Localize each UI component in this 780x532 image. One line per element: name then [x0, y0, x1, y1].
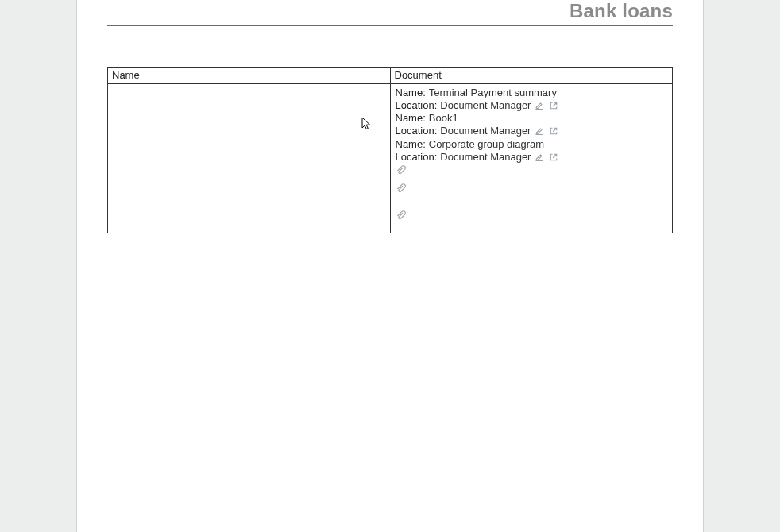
col-header-document: Document — [390, 68, 673, 84]
attach-row — [396, 209, 668, 221]
doc-entry: Name: Corporate group diagram — [396, 138, 668, 151]
doc-name-value: Book1 — [429, 112, 458, 125]
open-external-icon[interactable] — [548, 100, 559, 111]
attach-row — [396, 182, 668, 194]
document-cell — [390, 206, 673, 233]
open-external-icon[interactable] — [548, 125, 559, 137]
name-input[interactable] — [110, 86, 388, 100]
attach-row — [396, 164, 668, 175]
doc-name-label: Name: — [396, 112, 426, 125]
doc-name-value: Corporate group diagram — [429, 138, 544, 151]
table-row: Name: Terminal Payment summary Location:… — [108, 83, 673, 179]
doc-location-label: Location: — [396, 151, 438, 164]
doc-entry: Name: Book1 — [396, 112, 668, 125]
paperclip-icon[interactable] — [396, 164, 407, 175]
title-underline — [107, 25, 673, 26]
edit-icon[interactable] — [534, 125, 545, 137]
doc-location-value: Document Manager — [440, 151, 531, 164]
edit-icon[interactable] — [534, 100, 545, 111]
doc-name-label: Name: — [396, 87, 426, 99]
name-cell[interactable] — [108, 83, 391, 179]
page-title: Bank loans — [570, 0, 673, 21]
open-external-icon[interactable] — [548, 152, 559, 163]
paperclip-icon[interactable] — [396, 210, 407, 221]
document-page: Bank loans Name Document Name: — [76, 0, 704, 532]
paperclip-icon[interactable] — [396, 183, 407, 194]
doc-location-label: Location: — [396, 99, 438, 112]
name-cell[interactable] — [108, 179, 391, 206]
table-row — [108, 206, 673, 233]
document-cell: Name: Terminal Payment summary Location:… — [390, 83, 673, 179]
doc-entry: Name: Terminal Payment summary — [396, 87, 668, 99]
doc-name-value: Terminal Payment summary — [429, 87, 557, 99]
doc-location-line: Location: Document Manager — [396, 125, 668, 137]
doc-location-line: Location: Document Manager — [396, 99, 668, 112]
document-cell — [390, 179, 673, 206]
loans-table: Name Document Name: Terminal Payment sum… — [107, 67, 673, 233]
edit-icon[interactable] — [534, 152, 545, 163]
doc-location-line: Location: Document Manager — [396, 151, 668, 164]
table-row — [108, 179, 673, 206]
doc-location-value: Document Manager — [440, 99, 531, 112]
header-row: Bank loans — [107, 0, 673, 22]
table-header-row: Name Document — [108, 68, 673, 84]
name-cell[interactable] — [108, 206, 391, 233]
doc-location-value: Document Manager — [440, 125, 531, 137]
doc-name-label: Name: — [396, 138, 426, 151]
col-header-name: Name — [108, 68, 391, 84]
doc-location-label: Location: — [396, 125, 438, 137]
